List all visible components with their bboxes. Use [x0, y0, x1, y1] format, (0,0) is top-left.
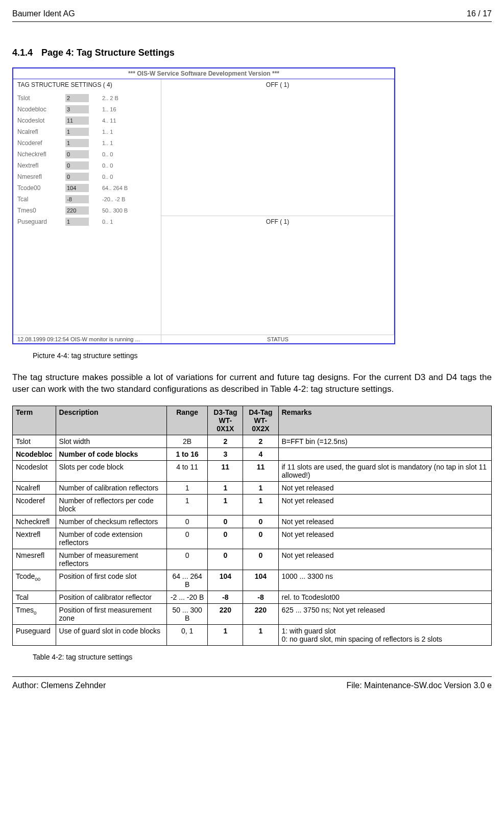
th-range: Range: [166, 406, 207, 435]
setting-value-input[interactable]: 0: [65, 150, 89, 158]
cell-range: 64 ... 264 B: [166, 570, 207, 591]
th-d4: D4-TagWT-0X2X: [243, 406, 278, 435]
panel-title-tagstruct: TAG STRUCTURE SETTINGS ( 4): [13, 79, 161, 90]
setting-row: Ncoderef11.. 1: [17, 137, 157, 149]
cell-remarks: 1: with guard slot0: no guard slot, min …: [278, 624, 492, 645]
cell-term: Puseguard: [13, 624, 56, 645]
cell-remarks: Not yet released: [278, 494, 492, 515]
setting-value-input[interactable]: 0: [65, 173, 89, 181]
cell-range: 4 to 11: [166, 460, 207, 481]
setting-range: 64.. 264 B: [102, 185, 128, 191]
setting-range: 0.. 0: [102, 162, 113, 169]
cell-d4: 2: [243, 435, 278, 448]
table-row: NmesreflNumber of measurement reflectors…: [13, 549, 492, 570]
cell-range: 0, 1: [166, 624, 207, 645]
cell-desc: Number of code extension reflectors: [56, 528, 166, 549]
cell-d3: 0: [208, 528, 243, 549]
cell-d4: -8: [243, 591, 278, 603]
th-desc: Description: [56, 406, 166, 435]
cell-d3: 220: [208, 603, 243, 624]
setting-range: -20.. -2 B: [102, 196, 125, 202]
setting-row: Tmes022050.. 300 B: [17, 205, 157, 216]
setting-value-input[interactable]: -8: [65, 195, 89, 203]
setting-value-input[interactable]: 11: [65, 116, 89, 125]
cell-desc: Use of guard slot in code blocks: [56, 624, 166, 645]
setting-range: 0.. 0: [102, 174, 113, 180]
cell-desc: Number of reflectors per code block: [56, 494, 166, 515]
cell-range: 50 ... 300 B: [166, 603, 207, 624]
cell-d4: 220: [243, 603, 278, 624]
figure-caption: Picture 4-4: tag structure settings: [33, 351, 492, 360]
cell-d3: 0: [208, 515, 243, 528]
table-row: TslotSlot width2B22B=FFT bin (=12.5ns): [13, 435, 492, 448]
page-footer: Author: Clemens Zehnder File: Maintenanc…: [12, 676, 492, 690]
cell-desc: Number of code blocks: [56, 448, 166, 460]
panel-off-top: OFF ( 1): [161, 79, 394, 90]
cell-d3: -8: [208, 591, 243, 603]
setting-label: Ncodeslot: [17, 117, 61, 124]
cell-desc: Position of calibrator reflector: [56, 591, 166, 603]
header-right: 16 / 17: [467, 9, 492, 18]
setting-row: Ncodebloc31.. 16: [17, 104, 157, 115]
cell-remarks: 1000 ... 3300 ns: [278, 570, 492, 591]
section-title: Page 4: Tag Structure Settings: [41, 48, 175, 58]
cell-range: 0: [166, 515, 207, 528]
status-stamp: 12.08.1999 09:12:54 OIS-W monitor is run…: [13, 335, 161, 343]
setting-value-input[interactable]: 104: [65, 184, 89, 192]
setting-row: Tcal-8-20.. -2 B: [17, 194, 157, 205]
setting-range: 1.. 1: [102, 129, 113, 135]
setting-value-input[interactable]: 1: [65, 218, 89, 226]
setting-label: Puseguard: [17, 218, 61, 225]
status-label: STATUS: [161, 335, 394, 343]
cell-range: 0: [166, 549, 207, 570]
cell-d4: 11: [243, 460, 278, 481]
setting-label: Tslot: [17, 95, 61, 102]
cell-d4: 1: [243, 494, 278, 515]
setting-value-input[interactable]: 220: [65, 206, 89, 215]
cell-desc: Number of calibration reflectors: [56, 481, 166, 494]
setting-range: 0.. 0: [102, 151, 113, 157]
cell-remarks: rel. to Tcodeslot00: [278, 591, 492, 603]
setting-range: 2.. 2 B: [102, 95, 118, 101]
cell-term: Tcal: [13, 591, 56, 603]
th-term: Term: [13, 406, 56, 435]
setting-value-input[interactable]: 1: [65, 139, 89, 147]
table-row: Tmes0Position of first measurement zone5…: [13, 603, 492, 624]
cell-d3: 0: [208, 549, 243, 570]
setting-label: Nextrefl: [17, 162, 61, 169]
cell-desc: Slot width: [56, 435, 166, 448]
cell-d4: 0: [243, 528, 278, 549]
cell-range: 2B: [166, 435, 207, 448]
cell-range: 1: [166, 481, 207, 494]
cell-desc: Position of first measurement zone: [56, 603, 166, 624]
table-row: NcheckreflNumber of checksum reflectors0…: [13, 515, 492, 528]
cell-d3: 11: [208, 460, 243, 481]
setting-label: Ncoderef: [17, 139, 61, 147]
cell-term: Ncoderef: [13, 494, 56, 515]
table-row: TcalPosition of calibrator reflector-2 .…: [13, 591, 492, 603]
panel-off-bottom: OFF ( 1): [161, 216, 394, 227]
cell-term: Ncodebloc: [13, 448, 56, 460]
header-left: Baumer Ident AG: [12, 9, 75, 18]
cell-term: Nmesrefl: [13, 549, 56, 570]
setting-value-input[interactable]: 2: [65, 94, 89, 102]
setting-value-input[interactable]: 1: [65, 128, 89, 136]
setting-value-input[interactable]: 3: [65, 105, 89, 113]
cell-d3: 1: [208, 624, 243, 645]
setting-row: Ncheckrefl00.. 0: [17, 149, 157, 160]
cell-term: Tcode00: [13, 570, 56, 591]
setting-label: Tcal: [17, 196, 61, 203]
setting-label: Ncheckrefl: [17, 151, 61, 158]
th-d3: D3-TagWT-0X1X: [208, 406, 243, 435]
setting-label: Ncalrefl: [17, 128, 61, 135]
footer-left: Author: Clemens Zehnder: [12, 681, 106, 690]
setting-label: Tmes0: [17, 207, 61, 214]
setting-range: 4.. 11: [102, 117, 116, 124]
setting-range: 0.. 1: [102, 219, 113, 225]
cell-term: Tslot: [13, 435, 56, 448]
cell-remarks: Not yet released: [278, 515, 492, 528]
setting-value-input[interactable]: 0: [65, 161, 89, 170]
setting-label: Tcode00: [17, 184, 61, 192]
table-row: Tcode00Position of first code slot64 ...…: [13, 570, 492, 591]
cell-desc: Number of checksum reflectors: [56, 515, 166, 528]
